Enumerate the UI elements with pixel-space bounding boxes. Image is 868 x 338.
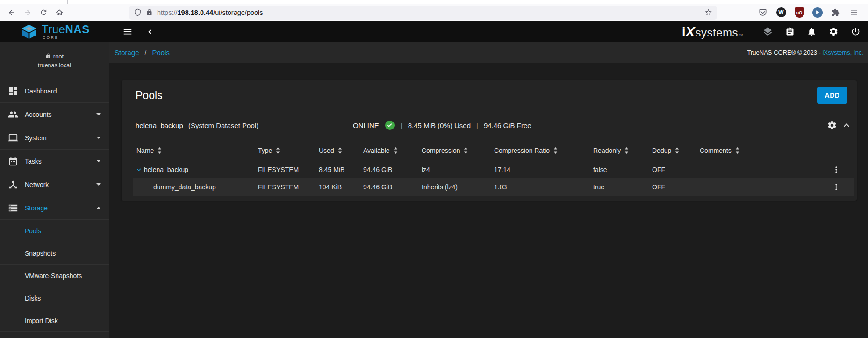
pool-status: ONLINE [353,122,379,129]
chevron-down-icon [96,183,101,186]
sidebar-subitem-snapshots[interactable]: Snapshots [0,242,109,265]
url-text: https://198.18.0.44/ui/storage/pools [157,9,704,16]
dataset-type: FILESYSTEM [258,183,319,191]
tracking-shield-icon[interactable] [134,8,142,16]
dataset-available: 94.46 GiB [363,183,422,191]
sidebar-item-dashboard[interactable]: Dashboard [0,79,109,103]
brand-true: True [42,23,65,36]
sidebar-item-accounts[interactable]: Accounts [0,103,109,126]
dataset-compression: Inherits (lz4) [422,183,494,191]
sort-icon [674,147,680,154]
storage-icon [8,203,18,213]
sidebar-subitem-pools[interactable]: Pools [0,220,109,242]
sort-icon [735,147,740,154]
browser-back-button[interactable] [5,6,19,19]
sidebar-item-storage[interactable]: Storage [0,196,109,220]
pool-settings-gear-icon[interactable] [827,120,837,130]
extensions-puzzle-icon[interactable] [830,7,841,18]
add-pool-button[interactable]: ADD [817,87,847,104]
url-path: /ui/storage/pools [213,9,263,16]
column-header-name[interactable]: Name [133,147,258,154]
notifications-bell-icon[interactable] [807,27,817,36]
column-header-readonly[interactable]: Readonly [593,147,652,154]
column-header-used[interactable]: Used [319,147,363,154]
breadcrumb-pools[interactable]: Pools [152,49,170,57]
column-header-type[interactable]: Type [258,147,319,154]
page-title: Pools [136,89,163,102]
dataset-compression: lz4 [422,166,494,173]
settings-gear-icon[interactable] [829,27,839,36]
sort-icon [553,147,558,154]
browser-forward-button[interactable] [21,6,35,19]
app-header: TrueNAS CORE iXsystems™ [0,21,868,42]
system-icon [8,133,18,143]
sort-icon [463,147,468,154]
url-bar[interactable]: https://198.18.0.44/ui/storage/pools [129,6,717,20]
ixsystems-logo[interactable]: iXsystems™ [682,24,743,40]
task-manager-icon[interactable] [785,27,795,36]
sidebar-subitem-import-disk[interactable]: Import Disk [0,309,109,332]
column-header-compression-ratio[interactable]: Compression Ratio [494,147,593,154]
dataset-name-cell: dummy_data_backup [133,183,258,191]
expand-chevron-icon[interactable] [135,165,143,174]
dataset-readonly: false [593,166,652,173]
row-actions-kebab-icon[interactable] [832,165,841,174]
dataset-compression-ratio: 17.14 [494,166,593,173]
sidebar-subitem-vmware-snapshots[interactable]: VMware-Snapshots [0,265,109,287]
breadcrumb-separator: / [145,49,147,57]
pool-name: helena_backup [136,122,183,129]
chevron-down-icon [96,137,101,139]
accounts-icon [8,109,18,120]
sidebar-item-tasks[interactable]: Tasks [0,150,109,173]
copyright-link[interactable]: iXsystems, Inc. [823,49,863,56]
sidebar: root truenas.local Dashboard Accounts Sy… [0,42,109,338]
column-header-available[interactable]: Available [363,147,422,154]
copyright-text: TrueNAS CORE® © 2023 - iXsystems, Inc. [747,49,863,56]
dashboard-icon [8,86,18,96]
truenas-logo[interactable]: TrueNAS CORE [21,24,90,40]
sort-icon [337,147,343,154]
pocket-extension-icon[interactable] [757,7,768,18]
sidebar-item-system[interactable]: System [0,126,109,150]
header-actions: iXsystems™ [682,24,868,40]
pool-system-dataset-tag: (System Dataset Pool) [188,122,258,129]
logged-in-user: root [53,53,64,60]
datasets-table: Name Type Used Available Compression Com… [133,140,854,201]
browser-reload-button[interactable] [36,6,50,19]
pool-free: 94.46 GiB Free [484,122,531,129]
dataset-available: 94.46 GiB [363,166,422,173]
table-row-dummy-data-backup: dummy_data_backup FILESYSTEM 104 KiB 94.… [133,178,854,196]
pools-card: Pools ADD helena_backup (System Dataset … [122,80,857,201]
connection-lock-icon[interactable] [146,9,153,16]
truecommand-icon[interactable] [762,26,773,37]
column-header-comments[interactable]: Comments [700,147,804,154]
sort-icon [275,147,280,154]
sidebar-item-network[interactable]: Network [0,173,109,196]
ublock-extension-icon[interactable]: uO [794,7,805,18]
pool-used: 8.45 MiB (0%) Used [408,122,471,129]
chevron-down-icon [96,160,101,162]
row-actions-kebab-icon[interactable] [832,182,841,192]
dataset-name-cell: helena_backup [133,165,258,174]
sidenav-toggle-icon[interactable] [122,27,133,37]
column-header-compression[interactable]: Compression [422,147,494,154]
column-header-dedup[interactable]: Dedup [652,147,700,154]
browser-extensions: W uO [757,7,863,18]
browser-tab-strip [0,0,868,4]
wikipedia-extension-icon[interactable]: W [775,7,787,18]
browser-menu-icon[interactable] [848,7,860,18]
power-icon[interactable] [851,27,861,36]
dataset-type: FILESYSTEM [258,166,319,173]
cursor-extension-icon[interactable] [812,7,823,18]
sidebar-subitem-disks[interactable]: Disks [0,287,109,309]
breadcrumb-storage[interactable]: Storage [115,49,139,57]
bookmark-star-icon[interactable] [704,8,712,16]
pool-collapse-chevron-icon[interactable] [841,120,852,131]
collapse-chevron-icon[interactable] [145,27,155,37]
browser-home-button[interactable] [52,6,66,19]
pool-status-group: ONLINE | 8.45 MiB (0%) Used | 94.46 GiB … [353,120,531,130]
page-content: Pools ADD helena_backup (System Dataset … [109,63,868,338]
tasks-icon [8,156,18,166]
lock-icon [45,53,51,59]
sidebar-user-box: root truenas.local [0,42,109,79]
